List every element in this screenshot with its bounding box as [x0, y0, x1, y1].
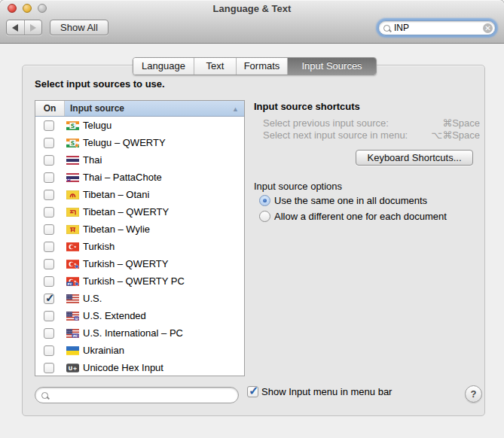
row-checkbox[interactable]	[44, 207, 54, 217]
shortcut-value: ⌘Space	[442, 117, 480, 129]
column-header-input-source[interactable]: Input source ▲	[65, 101, 244, 116]
row-label: Tibetan – Wylie	[83, 224, 150, 235]
show-input-menu-checkbox[interactable]	[247, 386, 258, 397]
shortcut-row: Select previous input source: ⌘Space	[263, 117, 480, 129]
table-row[interactable]: STelugu – QWERTY	[35, 134, 244, 151]
row-checkbox[interactable]	[44, 138, 54, 148]
sort-ascending-icon: ▲	[232, 102, 239, 117]
unicode-hex-icon: U+	[66, 363, 79, 373]
ukrainian-flag-icon	[66, 346, 79, 355]
svg-text:u: u	[75, 315, 78, 320]
filter-search-field[interactable]	[35, 387, 239, 403]
show-input-menu-label: Show Input menu in menu bar	[261, 386, 392, 397]
radio-different-document[interactable]: Allow a different one for each document	[259, 211, 447, 222]
row-checkbox[interactable]	[44, 363, 54, 373]
tab-input-sources[interactable]: Input Sources	[288, 58, 376, 75]
us-international-pc-flag-icon: PC	[66, 329, 79, 338]
radio-button-icon[interactable]	[259, 211, 270, 222]
svg-text:PC: PC	[68, 281, 72, 285]
row-checkbox[interactable]	[44, 242, 54, 252]
tibetan-otani-flag-icon	[66, 190, 79, 199]
select-input-sources-label: Select input sources to use.	[35, 78, 165, 90]
language-and-text-window: Language & Text Show All ✕ Language Text…	[0, 0, 504, 438]
toolbar-search-field[interactable]: ✕	[378, 20, 496, 35]
row-checkbox[interactable]	[44, 328, 54, 339]
table-row[interactable]: Thai – PattaChote	[35, 169, 244, 186]
table-row[interactable]: U.S.	[35, 290, 244, 307]
row-label: U.S. International – PC	[83, 327, 183, 339]
input-source-table: On Input source ▲ STeluguSTelugu – QWERT…	[35, 100, 245, 376]
shortcut-value: ⌥⌘Space	[431, 129, 480, 141]
row-checkbox[interactable]	[44, 276, 54, 287]
shortcut-row: Select next input source in menu: ⌥⌘Spac…	[263, 129, 480, 141]
forward-button[interactable]	[25, 20, 42, 35]
tab-text[interactable]: Text	[194, 58, 237, 75]
row-checkbox[interactable]	[44, 120, 54, 131]
clear-search-icon[interactable]: ✕	[483, 23, 493, 33]
row-label: Telugu	[83, 120, 111, 131]
telugu-qwerty-flag-icon: S	[66, 138, 79, 148]
row-label: Telugu – QWERTY	[83, 137, 166, 148]
shortcut-label: Select next input source in menu:	[263, 129, 408, 141]
search-icon	[41, 392, 48, 399]
table-row[interactable]: PCU.S. International – PC	[35, 324, 244, 342]
table-row[interactable]: Tibetan – QWERTY	[35, 203, 244, 221]
table-row[interactable]: uU.S. Extended	[35, 307, 244, 324]
forward-arrow-icon	[30, 24, 36, 32]
turkish-qwerty-flag-icon	[66, 260, 79, 269]
preference-tabs: Language Text Formats Input Sources	[133, 57, 377, 75]
help-button[interactable]: ?	[465, 385, 482, 403]
tibetan-wylie-flag-icon	[66, 225, 79, 234]
table-row[interactable]: PCTurkish – QWERTY PC	[35, 272, 244, 290]
keyboard-shortcuts-button[interactable]: Keyboard Shortcuts...	[356, 150, 473, 166]
table-row[interactable]: Ukrainian	[35, 342, 244, 359]
row-checkbox[interactable]	[44, 172, 54, 183]
row-label: Tibetan – Otani	[83, 189, 149, 200]
show-all-button[interactable]: Show All	[50, 20, 108, 35]
row-checkbox[interactable]	[44, 190, 54, 200]
table-row[interactable]: U+Unicode Hex Input	[35, 359, 244, 376]
radio-button-selected-icon[interactable]	[259, 195, 270, 206]
radio-same-document[interactable]: Use the same one in all documents	[259, 195, 427, 206]
search-icon	[383, 25, 390, 32]
column-header-label: Input source	[70, 103, 124, 114]
filter-search-input[interactable]	[51, 389, 238, 401]
table-row[interactable]: STelugu	[35, 117, 244, 134]
table-header: On Input source ▲	[35, 101, 244, 117]
table-row[interactable]: Tibetan – Wylie	[35, 221, 244, 238]
navigation-buttons	[6, 20, 42, 35]
row-checkbox[interactable]	[44, 155, 54, 166]
tab-language[interactable]: Language	[133, 58, 194, 75]
tab-formats[interactable]: Formats	[237, 58, 288, 75]
svg-text:U+: U+	[69, 364, 78, 371]
row-label: U.S.	[83, 293, 102, 304]
table-row[interactable]: Tibetan – Otani	[35, 186, 244, 203]
back-arrow-icon	[12, 24, 18, 32]
table-row[interactable]: Turkish	[35, 238, 244, 255]
row-label: Unicode Hex Input	[83, 362, 163, 373]
toolbar-search-input[interactable]	[393, 22, 483, 34]
row-label: Tibetan – QWERTY	[83, 206, 169, 217]
us-flag-icon	[66, 294, 79, 303]
back-button[interactable]	[7, 20, 25, 35]
options-title: Input source options	[254, 181, 342, 192]
row-checkbox[interactable]	[44, 224, 54, 235]
input-source-list: STeluguSTelugu – QWERTYThaiThai – PattaC…	[35, 117, 244, 376]
us-extended-flag-icon: u	[66, 312, 79, 321]
column-header-on[interactable]: On	[35, 101, 65, 116]
row-checkbox[interactable]	[44, 311, 54, 321]
table-row[interactable]: Turkish – QWERTY	[35, 255, 244, 272]
row-label: Turkish – QWERTY	[83, 258, 168, 269]
tibetan-qwerty-flag-icon	[66, 208, 79, 217]
row-label: Thai – PattaChote	[83, 172, 162, 183]
thai-flag-icon	[66, 156, 79, 165]
svg-text:S: S	[71, 139, 75, 146]
row-checkbox[interactable]	[44, 294, 54, 304]
row-checkbox[interactable]	[44, 259, 54, 269]
table-row[interactable]: Thai	[35, 151, 244, 169]
row-checkbox[interactable]	[44, 345, 54, 356]
show-input-menu-option[interactable]: Show Input menu in menu bar	[247, 386, 392, 397]
svg-text:PC: PC	[73, 333, 78, 337]
shortcuts-title: Input source shortcuts	[254, 101, 360, 112]
telugu-flag-icon: S	[66, 121, 79, 130]
